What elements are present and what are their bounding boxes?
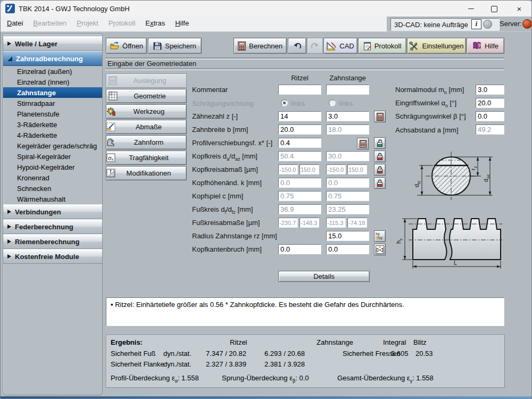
zaehnezahl-ritzel-field[interactable] [278,111,321,121]
achsabstand-field [476,124,504,135]
details-button[interactable]: Details [278,271,370,282]
sidebar-section-kostenfreie-module[interactable]: Kostenfreie Module [3,249,102,264]
profilverschiebung-unlock-button[interactable] [374,137,386,149]
radio-links-zahnstange [329,99,336,106]
profilverschiebung-ritzel-field[interactable] [278,138,321,148]
sidebar-item-spiral-kegelraeder[interactable]: Spiral-Kegelräder [3,151,102,162]
header-divider-bottom [105,68,504,70]
sidebar-item-3-raederkette[interactable]: 3-Räderkette [3,119,102,130]
minimize-button[interactable] [462,4,480,14]
warning-box: ▪ Ritzel: Einhärtetiefe größer als 0.56 … [106,297,504,326]
profilverschiebung-calculator-button[interactable] [357,138,369,149]
sidebar-item-waermehaushalt[interactable]: Wärmehaushalt [3,194,102,204]
sidebar-item-4-raederkette[interactable]: 4-Räderkette [3,130,102,140]
nav-button-werkzeug[interactable]: Werkzeug [106,104,187,119]
results-flanke-label: Sicherheit Flanke [111,360,164,368]
results-flanke-mode: dyn./stat. [163,360,192,368]
results-profil-ueberdeckung: Profil-Überdeckung εα: 1.558 [111,374,199,384]
schraegungswinkel-field[interactable] [476,111,504,121]
radio-label-links-zahnstange: links [339,99,353,107]
zahnbreite-ritzel-field[interactable] [278,124,321,135]
sidebar-section-federberechnung[interactable]: Federberechnung [3,219,102,234]
menu-bearbeiten: Bearbeiten [32,16,68,30]
sidebar-item-hypoid-kegelraeder[interactable]: Hypoid-Kegelräder [3,162,102,172]
kopfkantenbruch-zahnstange-field[interactable] [326,244,369,254]
kopfkreisabmass-lock-button[interactable] [374,164,386,176]
open-button[interactable]: Öffnen [106,38,147,54]
calculate-button[interactable]: Berechnen [234,38,287,54]
eingriffswinkel-field[interactable] [476,98,504,108]
label-normalmodul: Normalmodul mn [mm] [395,86,464,95]
app-logo-icon [5,4,15,13]
rack-profile-diagram: hz L [392,213,511,273]
warning-text: ▪ Ritzel: Einhärtetiefe größer als 0.56 … [111,301,404,309]
cad-status-text: 3D-CAD: keine Aufträge [394,21,468,29]
label-zahnbreite: Zahnbreite b [mm] [192,126,248,134]
sidebar-item-einzelrad-innen[interactable]: Einzelrad (innen) [3,77,102,87]
sidebar-section-riemenberechnung[interactable]: Riemenberechnung [3,234,102,249]
kopfkantenbruch-ritzel-field[interactable] [278,244,321,254]
kopfhoehe-lock-button[interactable] [374,177,386,189]
results-fuss-ritzel: 7.347 / 20.82 [206,350,246,358]
kopfkreis-lock-button[interactable] [374,151,386,162]
undo-button[interactable] [288,38,306,54]
hz-rz-toggle-button[interactable]: hz ⁄ rz [374,230,386,242]
info-button[interactable]: i [471,19,481,29]
server-label: Server: [500,20,522,28]
expanded-arrow-icon [7,56,12,61]
menu-protokoll: Protokoll [107,16,137,30]
settings-button[interactable]: Einstellungen [407,38,466,54]
sidebar-section-zahnradberechnung[interactable]: Zahnradberechnung [3,51,102,66]
window-bottom-edge [1,396,532,399]
chamfer-bowtie-icon [376,245,384,254]
help-button[interactable]: ? Hilfe [467,38,504,54]
results-fuss-zahnstange: 6.293 / 20.68 [264,350,305,358]
sidebar-item-einzelrad-aussen[interactable]: Einzelrad (außen) [3,66,102,77]
nav-button-tragfaehigkeit[interactable]: σx Tragfähigkeit [106,151,187,165]
kopfkantenbruch-option-button[interactable] [374,244,386,255]
nav-button-geometrie[interactable]: Geometrie [106,89,187,103]
normalmodul-field[interactable] [476,85,504,95]
window-title: TBK 2014 - GWJ Technology GmbH [19,5,130,13]
fusskreisabmasse-ritzel-min-field [278,218,298,228]
protocol-button[interactable]: Protokoll [358,38,406,54]
sidebar-section-verbindungen[interactable]: Verbindungen [3,204,102,219]
calculator-icon [360,140,367,148]
close-button[interactable]: × [510,4,528,14]
kommentar-zahnstange-field[interactable] [326,85,369,95]
menu-hilfe[interactable]: Hilfe [174,16,190,30]
label-kopfkreis: Kopfkreis da/daz [mm] [192,152,257,162]
sidebar-item-kegelraeder[interactable]: Kegelräder gerade/schräg [3,140,102,151]
menu-items: Datei Bearbeiten Projekt Protokoll Extra… [6,16,190,30]
kommentar-ritzel-field[interactable] [278,85,321,95]
zaehnezahl-zahnstange-field[interactable] [326,111,369,121]
save-button[interactable]: Speichern [148,38,202,54]
label-radius-zahnstange: Radius Zahnstange rz [mm] [192,232,277,240]
nav-button-modifikationen[interactable]: Modifikationen [106,166,187,180]
sidebar: Welle / Lager Zahnradberechnung Einzelra… [3,34,103,395]
help-book-icon: ? [472,41,481,50]
cad-setsquare-icon [327,41,336,51]
lock-closed-red-icon [376,153,384,161]
nav-button-zahnform[interactable]: Zahnform [106,135,187,149]
sidebar-item-kronenrad[interactable]: Kronenrad [3,172,102,183]
maximize-button[interactable] [485,4,503,14]
menu-projekt: Projekt [76,16,99,30]
zaehnezahl-calculator-button[interactable] [374,111,386,122]
label-schraegungswinkel: Schrägungswinkel β [°] [395,112,466,120]
results-panel: Ergebnis: Ritzel Zahnstange Integral Bli… [106,335,505,388]
results-col-zahnstange: Zahnstange [317,338,353,346]
sidebar-section-welle-lager[interactable]: Welle / Lager [3,36,102,51]
radius-zahnstange-field[interactable] [326,231,369,241]
label-profilverschiebung: Profilverschiebungsf. x* [-] [192,139,272,147]
cad-status-led [483,20,492,29]
nav-button-abmasse[interactable]: Abmaße [106,120,187,134]
menu-extras[interactable]: Extras [144,16,166,30]
cad-button[interactable]: CAD [323,38,358,54]
save-floppy-icon [153,41,162,50]
menu-datei[interactable]: Datei [6,16,24,30]
sidebar-item-zahnstange[interactable]: Zahnstange [3,87,102,98]
sidebar-item-schnecken[interactable]: Schnecken [3,183,102,194]
sidebar-item-planetenstufe[interactable]: Planetenstufe [3,109,102,119]
sidebar-item-stirnradpaar[interactable]: Stirnradpaar [3,98,102,109]
